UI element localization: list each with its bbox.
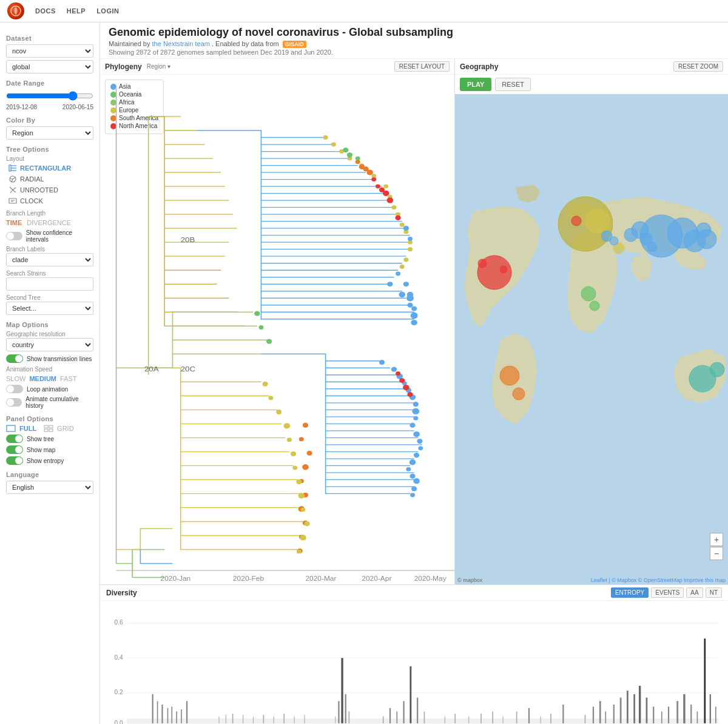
dataset-select-ncov[interactable]: ncov [6, 44, 93, 58]
svg-point-41 [403, 282, 409, 286]
diversity-buttons: ENTROPY EVENTS AA NT [611, 587, 722, 598]
geo-reset-btn[interactable]: RESET [495, 78, 531, 91]
branch-divergence-btn[interactable]: DIVERGENCE [27, 219, 71, 226]
svg-rect-18 [49, 425, 53, 428]
svg-point-106 [304, 521, 309, 526]
date-range-slider[interactable] [6, 91, 93, 101]
map-container[interactable]: © mapbox Leaflet | © Mapbox © OpenStreet… [455, 94, 728, 584]
svg-text:20C: 20C [181, 365, 195, 373]
svg-text:0.6: 0.6 [115, 619, 123, 626]
map-logo: © mapbox [457, 577, 482, 583]
dataset-label: Dataset [6, 35, 93, 42]
svg-point-87 [299, 437, 304, 441]
svg-rect-13 [9, 198, 16, 203]
reset-layout-btn[interactable]: RESET LAYOUT [394, 61, 450, 72]
transmission-toggle[interactable] [6, 354, 23, 363]
geo-resolution-select[interactable]: country [6, 338, 93, 351]
svg-point-140 [647, 242, 657, 252]
svg-point-82 [399, 378, 405, 383]
diversity-title: Diversity [106, 589, 137, 597]
layout-rectangular[interactable]: RECTANGULAR [6, 163, 93, 174]
help-link[interactable]: HELP [67, 7, 86, 15]
svg-text:2020-Mar: 2020-Mar [305, 575, 336, 582]
login-link[interactable]: LOGIN [96, 7, 119, 15]
svg-point-48 [408, 237, 413, 241]
svg-point-75 [414, 453, 419, 458]
reset-zoom-btn[interactable]: RESET ZOOM [673, 61, 723, 72]
tree-svg-container[interactable]: Asia Oceania Africa Europe South America… [100, 75, 454, 584]
speed-medium[interactable]: MEDIUM [29, 375, 56, 382]
geography-panel: Geography RESET ZOOM PLAY RESET [455, 59, 728, 584]
svg-text:20B: 20B [181, 236, 195, 244]
date-to: 2020-06-15 [62, 104, 93, 110]
svg-point-76 [410, 459, 416, 465]
zoom-out-btn[interactable]: − [710, 547, 723, 560]
svg-point-147 [500, 266, 507, 273]
svg-point-110 [258, 325, 263, 330]
nextstrain-link[interactable]: the Nextstrain team [152, 40, 210, 47]
svg-point-58 [359, 164, 365, 169]
svg-point-47 [403, 226, 409, 231]
branch-time-btn[interactable]: TIME [6, 219, 22, 226]
docs-link[interactable]: DOCS [35, 7, 56, 15]
svg-point-59 [347, 152, 352, 157]
zoom-controls: + − [710, 533, 723, 560]
aa-btn[interactable]: AA [686, 587, 703, 598]
cumulative-toggle[interactable] [6, 398, 22, 407]
svg-point-21 [323, 135, 328, 140]
language-select[interactable]: English [6, 481, 93, 494]
page-header: Genomic epidemiology of novel coronaviru… [100, 22, 728, 59]
region-label[interactable]: Region ▾ [147, 63, 170, 70]
svg-point-43 [387, 282, 393, 286]
speed-fast[interactable]: FAST [60, 375, 77, 382]
layout-clock[interactable]: CLOCK [6, 195, 93, 206]
svg-line-7 [12, 179, 13, 182]
layout-label: Layout [6, 155, 93, 162]
svg-point-63 [391, 367, 397, 372]
search-strains-input[interactable] [6, 277, 93, 291]
svg-point-148 [571, 216, 581, 226]
confidence-toggle[interactable] [6, 232, 22, 240]
full-icon [6, 425, 16, 432]
show-map-toggle[interactable] [6, 445, 23, 454]
loop-animation-toggle[interactable] [6, 385, 23, 393]
show-tree-toggle[interactable] [6, 435, 23, 443]
show-map-label: Show map [27, 447, 55, 453]
diversity-panel: Diversity ENTROPY EVENTS AA NT 0.0 0.2 0… [100, 584, 728, 724]
branch-labels-select[interactable]: clade [6, 253, 93, 266]
svg-line-11 [13, 190, 16, 192]
map-attribution[interactable]: Leaflet | © Mapbox © OpenStreetMap Impro… [591, 577, 726, 583]
svg-point-70 [413, 416, 418, 421]
diversity-chart[interactable]: 0.0 0.2 0.4 0.6 [100, 601, 728, 724]
svg-point-143 [710, 362, 724, 377]
svg-text:2020-Feb: 2020-Feb [233, 575, 264, 582]
nt-btn[interactable]: NT [706, 587, 722, 598]
zoom-in-btn[interactable]: + [710, 533, 723, 546]
second-tree-select[interactable]: Select... [6, 302, 93, 315]
svg-text:2020-Jan: 2020-Jan [161, 575, 191, 582]
entropy-btn[interactable]: ENTROPY [611, 587, 649, 598]
svg-point-37 [411, 313, 418, 319]
color-by-select[interactable]: Region [6, 126, 93, 140]
show-entropy-toggle[interactable] [6, 456, 23, 465]
speed-slow[interactable]: SLOW [6, 375, 25, 382]
svg-text:2020-May: 2020-May [414, 575, 447, 582]
svg-point-57 [366, 169, 373, 175]
second-tree-label: Second Tree [6, 294, 93, 301]
radial-icon [8, 175, 17, 183]
play-btn[interactable]: PLAY [460, 78, 491, 91]
svg-point-103 [296, 479, 302, 484]
svg-point-126 [500, 366, 519, 385]
layout-unrooted[interactable]: UNROOTED [6, 184, 93, 195]
dataset-select-global[interactable]: global [6, 60, 93, 73]
svg-point-137 [697, 229, 716, 249]
svg-rect-19 [44, 429, 48, 431]
layout-radial[interactable]: RADIAL [6, 174, 93, 184]
cumulative-label: Animate cumulative history [25, 396, 93, 409]
svg-point-38 [411, 320, 417, 325]
events-btn[interactable]: EVENTS [651, 587, 684, 598]
panel-full[interactable]: FULL [19, 425, 36, 432]
panel-grid[interactable]: GRID [57, 425, 74, 432]
svg-rect-157 [127, 719, 719, 723]
svg-point-145 [610, 237, 618, 245]
